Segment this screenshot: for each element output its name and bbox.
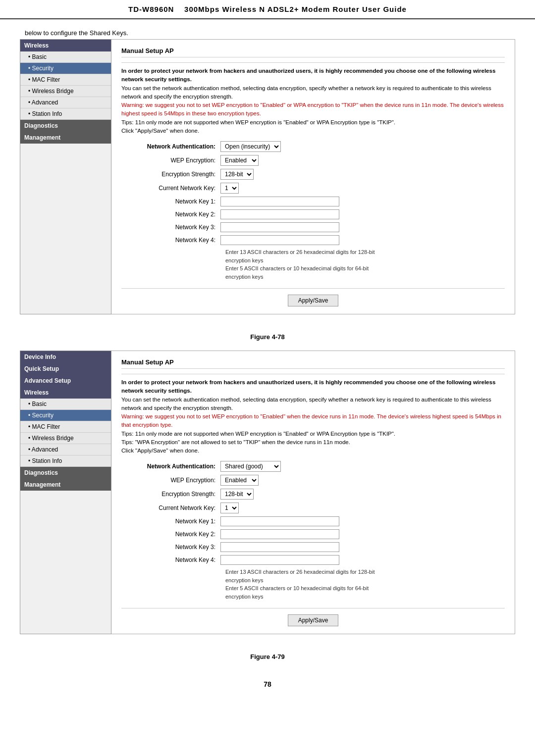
sidebar-item-station-info-2[interactable]: • Station Info [20,455,111,467]
figure-caption-2: Figure 4-79 [20,653,515,660]
sidebar-group-wireless-2: Wireless [20,387,111,399]
tip-text-2a: Tips: 11n only mode are not supported wh… [121,431,395,437]
key3-label-2: Network Key 3: [121,544,220,551]
network-auth-label-2: Network Authentication: [121,463,220,470]
page-number: 78 [20,680,515,698]
sidebar-group-quick-setup-2: Quick Setup [20,363,111,375]
current-key-select-2[interactable]: 1 2 3 4 [220,503,239,513]
key3-input-2[interactable] [220,542,339,552]
click-note-1: Click "Apply/Save" when done. [121,128,199,134]
key3-row-1: Network Key 3: [121,222,505,232]
hint-block-2: Enter 13 ASCII characters or 26 hexadeci… [225,568,505,601]
key4-input-2[interactable] [220,555,339,565]
info-block-1: In order to protect your network from ha… [121,67,505,135]
figure-caption-1: Figure 4-78 [20,333,515,341]
current-key-row-1: Current Network Key: 1 2 3 4 [121,183,505,194]
key3-control-1 [220,222,339,232]
key2-label-1: Network Key 2: [121,211,220,218]
key3-control-2 [220,542,339,552]
sidebar-group-diagnostics-1: Diagnostics [20,120,111,132]
key2-input-1[interactable] [220,209,339,219]
sidebar-item-macfilter-2[interactable]: • MAC Filter [20,421,111,433]
wep-enc-control-2: Enabled Disabled [220,475,259,486]
sidebar-item-wireless-bridge-1[interactable]: • Wireless Bridge [20,86,111,97]
sidebar-item-station-info-1[interactable]: • Station Info [20,108,111,120]
sidebar-group-wireless-1: Wireless [20,40,111,51]
key1-label-1: Network Key 1: [121,198,220,205]
current-key-select-1[interactable]: 1 2 3 4 [220,183,239,194]
info-normal2-2: You can set the network authentication m… [121,397,491,411]
sidebar-group-management-1: Management [20,132,111,144]
divider-2 [121,374,505,374]
key1-label-2: Network Key 1: [121,518,220,525]
sidebar-2: Device Info Quick Setup Advanced Setup W… [20,351,111,634]
key4-row-2: Network Key 4: [121,555,505,565]
key1-control-2 [220,516,339,526]
network-auth-control-1: Open (insecurity) Shared (good) WPA-PSK … [220,141,281,152]
figure-1-section: Wireless • Basic • Security • MAC Filter… [20,39,515,314]
sidebar-item-wireless-bridge-2[interactable]: • Wireless Bridge [20,433,111,444]
wep-enc-control-1: Enabled Disabled [220,155,259,166]
tip-text-2b: Tips: "WPA Encryption" are not allowed t… [121,439,350,445]
enc-strength-select-1[interactable]: 128-bit 64-bit [220,169,254,180]
sidebar-item-advanced-1[interactable]: • Advanced [20,97,111,108]
current-key-row-2: Current Network Key: 1 2 3 4 [121,503,505,513]
info-normal-1: In order to protect your network from ha… [121,68,495,82]
intro-text: below to configure the Shared Keys. [0,24,535,39]
key3-label-1: Network Key 3: [121,224,220,231]
sidebar-item-advanced-2[interactable]: • Advanced [20,444,111,455]
apply-row-2: Apply/Save [121,608,505,626]
key2-row-1: Network Key 2: [121,209,505,219]
enc-strength-label-2: Encryption Strength: [121,491,220,498]
enc-strength-control-1: 128-bit 64-bit [220,169,254,180]
sidebar-item-basic-1[interactable]: • Basic [20,51,111,63]
warning-text-1: Warning: we suggest you not to set WEP e… [121,102,504,116]
key1-input-2[interactable] [220,516,339,526]
content-panel-1: Manual Setup AP In order to protect your… [111,39,515,314]
key3-input-1[interactable] [220,222,339,232]
key2-label-2: Network Key 2: [121,531,220,538]
network-auth-row-1: Network Authentication: Open (insecurity… [121,141,505,152]
key1-row-1: Network Key 1: [121,197,505,206]
info-normal-2: In order to protect your network from ha… [121,379,495,394]
wep-enc-label-2: WEP Encryption: [121,477,220,484]
key4-label-1: Network Key 4: [121,237,220,244]
sidebar-item-security-1[interactable]: • Security [20,63,111,74]
network-auth-select-1[interactable]: Open (insecurity) Shared (good) WPA-PSK … [220,141,281,152]
wep-enc-select-1[interactable]: Enabled Disabled [220,155,259,166]
sidebar-item-macfilter-1[interactable]: • MAC Filter [20,74,111,86]
enc-strength-label-1: Encryption Strength: [121,171,220,178]
info-block-2: In order to protect your network from ha… [121,378,505,455]
content-panel-2: Manual Setup AP In order to protect your… [111,351,515,634]
wep-enc-label-1: WEP Encryption: [121,157,220,164]
sidebar-item-basic-2[interactable]: • Basic [20,399,111,410]
sidebar-group-advanced-setup-2: Advanced Setup [20,375,111,387]
network-auth-select-2[interactable]: Open (insecurity) Shared (good) WPA-PSK … [220,461,281,472]
wep-enc-select-2[interactable]: Enabled Disabled [220,475,259,486]
key2-control-1 [220,209,339,219]
apply-save-button-1[interactable]: Apply/Save [288,295,339,306]
hint-block-1: Enter 13 ASCII characters or 26 hexadeci… [225,248,505,281]
apply-save-button-2[interactable]: Apply/Save [288,614,339,626]
wep-enc-row-1: WEP Encryption: Enabled Disabled [121,155,505,166]
enc-strength-control-2: 128-bit 64-bit [220,489,254,500]
key2-input-2[interactable] [220,529,339,539]
sidebar-item-security-2[interactable]: • Security [20,410,111,421]
wep-enc-row-2: WEP Encryption: Enabled Disabled [121,475,505,486]
section-title-1: Manual Setup AP [121,47,505,57]
enc-strength-select-2[interactable]: 128-bit 64-bit [220,489,254,500]
enc-strength-row-2: Encryption Strength: 128-bit 64-bit [121,489,505,500]
key1-input-1[interactable] [220,197,339,206]
enc-strength-row-1: Encryption Strength: 128-bit 64-bit [121,169,505,180]
page-title: 300Mbps Wireless N ADSL2+ Modem Router U… [184,5,407,13]
network-auth-control-2: Open (insecurity) Shared (good) WPA-PSK … [220,461,281,472]
click-note-2: Click "Apply/Save" when done. [121,448,199,454]
key4-input-1[interactable] [220,235,339,245]
tip-text-1: Tips: 11n only mode are not supported wh… [121,119,395,125]
current-key-label-2: Current Network Key: [121,504,220,511]
current-key-control-2: 1 2 3 4 [220,503,239,513]
divider-1 [121,62,505,63]
key1-row-2: Network Key 1: [121,516,505,526]
sidebar-group-management-2: Management [20,479,111,491]
key4-row-1: Network Key 4: [121,235,505,245]
